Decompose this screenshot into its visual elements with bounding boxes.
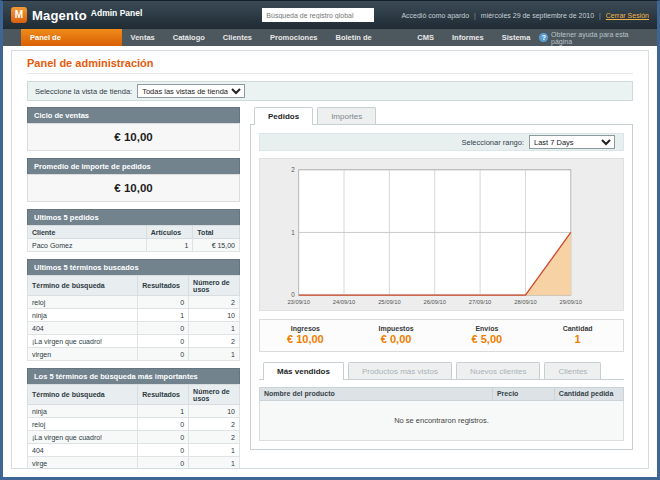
last-orders-title: Ultimos 5 pedidos [27, 209, 240, 225]
cell-items: 1 [146, 239, 193, 252]
sales-cycle-value: € 10,00 [27, 123, 240, 151]
svg-text:24/09/10: 24/09/10 [333, 299, 356, 305]
orders-area-chart: 01223/09/1024/09/1025/09/1026/09/1027/09… [262, 162, 621, 309]
table-row[interactable]: reloj 0 2 [28, 418, 240, 431]
header-user-info: Accedió como apardo | miércoles 29 de se… [401, 12, 649, 19]
col-header: Término de búsqueda [28, 385, 138, 405]
orders-panel: Seleccionar rango: Last 7 Days 01223/09/… [250, 125, 633, 450]
col-header: Número de usos [189, 385, 240, 405]
last-search-title: Ultimos 5 términos buscados [27, 259, 240, 275]
table-row[interactable]: Paco Gomez 1 € 15,00 [28, 239, 240, 252]
tab-customers[interactable]: Clientes [544, 362, 601, 379]
nav-item-cms[interactable]: CMS [408, 29, 443, 46]
nav-item-sales[interactable]: Ventas [122, 29, 164, 46]
magento-logo-icon: M [11, 7, 27, 23]
tab-bestsellers[interactable]: Más vendidos [263, 362, 344, 380]
empty-records-message: No se encontraron registros. [260, 400, 624, 440]
admin-header: M Magento Admin Panel Accedió como apard… [3, 1, 657, 29]
cell-uses: 2 [189, 418, 240, 431]
svg-text:27/09/10: 27/09/10 [469, 299, 492, 305]
dashboard-sidebar: Ciclo de ventas € 10,00 Promedio de impo… [27, 107, 240, 469]
orders-chart: 01223/09/1024/09/1025/09/1026/09/1027/09… [259, 158, 624, 311]
stat-value: € 10,00 [260, 333, 351, 345]
svg-text:26/09/10: 26/09/10 [423, 299, 446, 305]
tab-amounts[interactable]: Importes [317, 107, 376, 124]
nav-item-dashboard[interactable]: Panel de administración [21, 29, 122, 46]
nav-item-catalog[interactable]: Catálogo [164, 29, 214, 46]
table-row[interactable]: ninja 1 10 [28, 405, 240, 418]
stat-shipping: Envíos € 5,00 [442, 325, 533, 345]
separator: | [474, 12, 476, 19]
table-row[interactable]: reloj 0 2 [28, 296, 240, 309]
range-label: Seleccionar rango: [461, 138, 524, 147]
orders-amounts-tabs: Pedidos Importes [250, 107, 633, 125]
tab-new-customers[interactable]: Nuevos clientes [456, 362, 540, 379]
avg-order-value: € 10,00 [27, 174, 240, 202]
last-orders-widget: Ultimos 5 pedidos Cliente Artículos Tota… [27, 209, 240, 252]
table-row[interactable]: 404 0 1 [28, 322, 240, 335]
last-search-table: Término de búsqueda Resultados Número de… [27, 275, 240, 361]
nav-item-promotions[interactable]: Promociones [261, 29, 327, 46]
cell-uses: 2 [189, 296, 240, 309]
cell-results: 0 [138, 322, 189, 335]
cell-term: ninja [28, 405, 138, 418]
table-row[interactable]: virgen 0 1 [28, 348, 240, 361]
logged-in-as: Accedió como apardo [401, 12, 469, 19]
col-header: Número de usos [189, 276, 240, 296]
stat-value: € 5,00 [442, 333, 533, 345]
content-area: Panel de administración Seleccione la vi… [11, 50, 649, 469]
separator: | [599, 12, 601, 19]
svg-text:1: 1 [291, 229, 295, 236]
stat-value: € 0,00 [351, 333, 442, 345]
top-search-title: Los 5 términos de búsqueda más important… [27, 368, 240, 384]
table-row[interactable]: ninja 1 10 [28, 309, 240, 322]
cell-uses: 1 [189, 348, 240, 361]
bestsellers-table: Nombre del producto Precio Cantidad pedi… [259, 387, 624, 441]
stat-label: Cantidad [532, 325, 623, 332]
cell-results: 0 [138, 335, 189, 348]
cell-uses: 10 [189, 405, 240, 418]
table-row[interactable]: ¡La virgen que cuadro! 0 2 [28, 335, 240, 348]
avg-order-widget: Promedio de importe de pedidos € 10,00 [27, 158, 240, 202]
svg-text:0: 0 [291, 291, 295, 298]
svg-text:28/09/10: 28/09/10 [514, 299, 537, 305]
cell-term: reloj [28, 418, 138, 431]
avg-order-title: Promedio de importe de pedidos [27, 158, 240, 174]
tab-orders[interactable]: Pedidos [254, 107, 313, 125]
current-date: miércoles 29 de septiembre de 2010 [481, 12, 594, 19]
page-title: Panel de administración [27, 57, 633, 74]
store-view-select[interactable]: Todas las vistas de tienda [137, 84, 245, 98]
nav-item-customers[interactable]: Clientes [214, 29, 261, 46]
sales-cycle-widget: Ciclo de ventas € 10,00 [27, 107, 240, 151]
col-header: Resultados [138, 276, 189, 296]
logout-link[interactable]: Cerrar Sesión [606, 12, 649, 19]
svg-text:2: 2 [291, 166, 295, 173]
col-header: Total [193, 226, 240, 239]
nav-item-reports[interactable]: Informes [443, 29, 493, 46]
table-row[interactable]: 404 0 1 [28, 444, 240, 457]
cell-results: 0 [138, 348, 189, 361]
col-header: Cliente [28, 226, 147, 239]
tab-most-viewed[interactable]: Productos más vistos [348, 362, 452, 379]
stat-quantity: Cantidad 1 [532, 325, 623, 345]
cell-term: ¡La virgen que cuadro! [28, 335, 138, 348]
table-row[interactable]: ¡La virgen que cuadro! 0 2 [28, 431, 240, 444]
help-icon: ? [539, 33, 548, 42]
range-select[interactable]: Last 7 Days [529, 135, 615, 149]
nav-item-newsletter[interactable]: Boletín de noticias [327, 29, 409, 46]
global-search-input[interactable] [262, 8, 374, 22]
table-row[interactable]: virge 0 1 [28, 457, 240, 470]
help-link[interactable]: ? Obtener ayuda para esta página [539, 29, 657, 46]
store-view-label: Seleccione la vista de tienda: [35, 87, 132, 96]
stat-value: 1 [532, 333, 623, 345]
nav-item-system[interactable]: Sistema [493, 29, 540, 46]
stat-tax: Impuestos € 0,00 [351, 325, 442, 345]
cell-uses: 1 [189, 444, 240, 457]
col-header-qty: Cantidad pedida [554, 387, 623, 400]
cell-term: ninja [28, 309, 138, 322]
col-header-product: Nombre del producto [260, 387, 493, 400]
stat-label: Ingresos [260, 325, 351, 332]
totals-bar: Ingresos € 10,00 Impuestos € 0,00 Envíos… [259, 319, 624, 352]
cell-results: 0 [138, 418, 189, 431]
last-search-widget: Ultimos 5 términos buscados Término de b… [27, 259, 240, 361]
